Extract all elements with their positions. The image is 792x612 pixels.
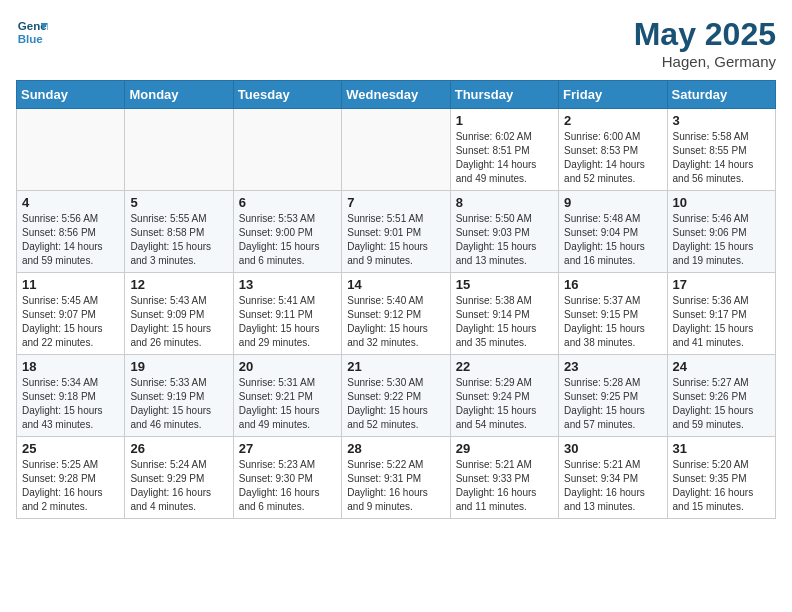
calendar-week-row: 11Sunrise: 5:45 AM Sunset: 9:07 PM Dayli… (17, 273, 776, 355)
day-number: 21 (347, 359, 444, 374)
calendar-cell (125, 109, 233, 191)
day-number: 12 (130, 277, 227, 292)
day-number: 29 (456, 441, 553, 456)
cell-sun-info: Sunrise: 5:24 AM Sunset: 9:29 PM Dayligh… (130, 458, 227, 514)
calendar-cell: 4Sunrise: 5:56 AM Sunset: 8:56 PM Daylig… (17, 191, 125, 273)
calendar-cell: 21Sunrise: 5:30 AM Sunset: 9:22 PM Dayli… (342, 355, 450, 437)
col-friday: Friday (559, 81, 667, 109)
calendar-cell: 19Sunrise: 5:33 AM Sunset: 9:19 PM Dayli… (125, 355, 233, 437)
cell-sun-info: Sunrise: 5:58 AM Sunset: 8:55 PM Dayligh… (673, 130, 770, 186)
calendar-cell: 2Sunrise: 6:00 AM Sunset: 8:53 PM Daylig… (559, 109, 667, 191)
day-number: 20 (239, 359, 336, 374)
cell-sun-info: Sunrise: 5:50 AM Sunset: 9:03 PM Dayligh… (456, 212, 553, 268)
calendar-cell: 3Sunrise: 5:58 AM Sunset: 8:55 PM Daylig… (667, 109, 775, 191)
calendar-cell: 22Sunrise: 5:29 AM Sunset: 9:24 PM Dayli… (450, 355, 558, 437)
day-number: 10 (673, 195, 770, 210)
calendar-cell: 20Sunrise: 5:31 AM Sunset: 9:21 PM Dayli… (233, 355, 341, 437)
col-saturday: Saturday (667, 81, 775, 109)
cell-sun-info: Sunrise: 6:02 AM Sunset: 8:51 PM Dayligh… (456, 130, 553, 186)
calendar-cell (342, 109, 450, 191)
day-number: 24 (673, 359, 770, 374)
cell-sun-info: Sunrise: 5:38 AM Sunset: 9:14 PM Dayligh… (456, 294, 553, 350)
calendar-cell: 27Sunrise: 5:23 AM Sunset: 9:30 PM Dayli… (233, 437, 341, 519)
day-number: 5 (130, 195, 227, 210)
calendar-header-row: Sunday Monday Tuesday Wednesday Thursday… (17, 81, 776, 109)
col-monday: Monday (125, 81, 233, 109)
day-number: 18 (22, 359, 119, 374)
calendar-cell: 12Sunrise: 5:43 AM Sunset: 9:09 PM Dayli… (125, 273, 233, 355)
cell-sun-info: Sunrise: 5:56 AM Sunset: 8:56 PM Dayligh… (22, 212, 119, 268)
page-header: General Blue May 2025 Hagen, Germany (16, 16, 776, 70)
day-number: 15 (456, 277, 553, 292)
day-number: 4 (22, 195, 119, 210)
cell-sun-info: Sunrise: 5:34 AM Sunset: 9:18 PM Dayligh… (22, 376, 119, 432)
calendar-cell: 23Sunrise: 5:28 AM Sunset: 9:25 PM Dayli… (559, 355, 667, 437)
calendar-week-row: 18Sunrise: 5:34 AM Sunset: 9:18 PM Dayli… (17, 355, 776, 437)
day-number: 14 (347, 277, 444, 292)
calendar-cell: 18Sunrise: 5:34 AM Sunset: 9:18 PM Dayli… (17, 355, 125, 437)
month-title: May 2025 (634, 16, 776, 53)
day-number: 22 (456, 359, 553, 374)
logo-icon: General Blue (16, 16, 48, 48)
calendar-cell: 13Sunrise: 5:41 AM Sunset: 9:11 PM Dayli… (233, 273, 341, 355)
cell-sun-info: Sunrise: 5:22 AM Sunset: 9:31 PM Dayligh… (347, 458, 444, 514)
svg-text:Blue: Blue (18, 33, 44, 45)
calendar-cell: 8Sunrise: 5:50 AM Sunset: 9:03 PM Daylig… (450, 191, 558, 273)
cell-sun-info: Sunrise: 5:41 AM Sunset: 9:11 PM Dayligh… (239, 294, 336, 350)
cell-sun-info: Sunrise: 5:25 AM Sunset: 9:28 PM Dayligh… (22, 458, 119, 514)
day-number: 3 (673, 113, 770, 128)
calendar-cell: 11Sunrise: 5:45 AM Sunset: 9:07 PM Dayli… (17, 273, 125, 355)
day-number: 2 (564, 113, 661, 128)
cell-sun-info: Sunrise: 5:21 AM Sunset: 9:33 PM Dayligh… (456, 458, 553, 514)
day-number: 9 (564, 195, 661, 210)
cell-sun-info: Sunrise: 5:53 AM Sunset: 9:00 PM Dayligh… (239, 212, 336, 268)
day-number: 16 (564, 277, 661, 292)
calendar-cell: 25Sunrise: 5:25 AM Sunset: 9:28 PM Dayli… (17, 437, 125, 519)
location: Hagen, Germany (634, 53, 776, 70)
cell-sun-info: Sunrise: 5:40 AM Sunset: 9:12 PM Dayligh… (347, 294, 444, 350)
calendar-cell: 7Sunrise: 5:51 AM Sunset: 9:01 PM Daylig… (342, 191, 450, 273)
col-wednesday: Wednesday (342, 81, 450, 109)
calendar-cell: 5Sunrise: 5:55 AM Sunset: 8:58 PM Daylig… (125, 191, 233, 273)
cell-sun-info: Sunrise: 5:36 AM Sunset: 9:17 PM Dayligh… (673, 294, 770, 350)
day-number: 27 (239, 441, 336, 456)
calendar-cell: 15Sunrise: 5:38 AM Sunset: 9:14 PM Dayli… (450, 273, 558, 355)
title-block: May 2025 Hagen, Germany (634, 16, 776, 70)
day-number: 28 (347, 441, 444, 456)
cell-sun-info: Sunrise: 5:51 AM Sunset: 9:01 PM Dayligh… (347, 212, 444, 268)
day-number: 31 (673, 441, 770, 456)
calendar-cell: 24Sunrise: 5:27 AM Sunset: 9:26 PM Dayli… (667, 355, 775, 437)
cell-sun-info: Sunrise: 5:21 AM Sunset: 9:34 PM Dayligh… (564, 458, 661, 514)
day-number: 6 (239, 195, 336, 210)
calendar-cell: 30Sunrise: 5:21 AM Sunset: 9:34 PM Dayli… (559, 437, 667, 519)
calendar-cell: 6Sunrise: 5:53 AM Sunset: 9:00 PM Daylig… (233, 191, 341, 273)
col-sunday: Sunday (17, 81, 125, 109)
calendar-cell: 1Sunrise: 6:02 AM Sunset: 8:51 PM Daylig… (450, 109, 558, 191)
day-number: 11 (22, 277, 119, 292)
calendar-cell: 17Sunrise: 5:36 AM Sunset: 9:17 PM Dayli… (667, 273, 775, 355)
logo: General Blue (16, 16, 48, 48)
day-number: 23 (564, 359, 661, 374)
calendar-table: Sunday Monday Tuesday Wednesday Thursday… (16, 80, 776, 519)
calendar-cell: 10Sunrise: 5:46 AM Sunset: 9:06 PM Dayli… (667, 191, 775, 273)
day-number: 1 (456, 113, 553, 128)
day-number: 17 (673, 277, 770, 292)
calendar-cell: 16Sunrise: 5:37 AM Sunset: 9:15 PM Dayli… (559, 273, 667, 355)
cell-sun-info: Sunrise: 5:27 AM Sunset: 9:26 PM Dayligh… (673, 376, 770, 432)
cell-sun-info: Sunrise: 5:23 AM Sunset: 9:30 PM Dayligh… (239, 458, 336, 514)
day-number: 19 (130, 359, 227, 374)
cell-sun-info: Sunrise: 5:20 AM Sunset: 9:35 PM Dayligh… (673, 458, 770, 514)
day-number: 26 (130, 441, 227, 456)
cell-sun-info: Sunrise: 5:28 AM Sunset: 9:25 PM Dayligh… (564, 376, 661, 432)
day-number: 13 (239, 277, 336, 292)
calendar-cell: 14Sunrise: 5:40 AM Sunset: 9:12 PM Dayli… (342, 273, 450, 355)
calendar-cell (17, 109, 125, 191)
cell-sun-info: Sunrise: 5:46 AM Sunset: 9:06 PM Dayligh… (673, 212, 770, 268)
calendar-cell (233, 109, 341, 191)
cell-sun-info: Sunrise: 5:48 AM Sunset: 9:04 PM Dayligh… (564, 212, 661, 268)
cell-sun-info: Sunrise: 5:37 AM Sunset: 9:15 PM Dayligh… (564, 294, 661, 350)
calendar-cell: 29Sunrise: 5:21 AM Sunset: 9:33 PM Dayli… (450, 437, 558, 519)
calendar-week-row: 25Sunrise: 5:25 AM Sunset: 9:28 PM Dayli… (17, 437, 776, 519)
calendar-cell: 31Sunrise: 5:20 AM Sunset: 9:35 PM Dayli… (667, 437, 775, 519)
cell-sun-info: Sunrise: 5:33 AM Sunset: 9:19 PM Dayligh… (130, 376, 227, 432)
